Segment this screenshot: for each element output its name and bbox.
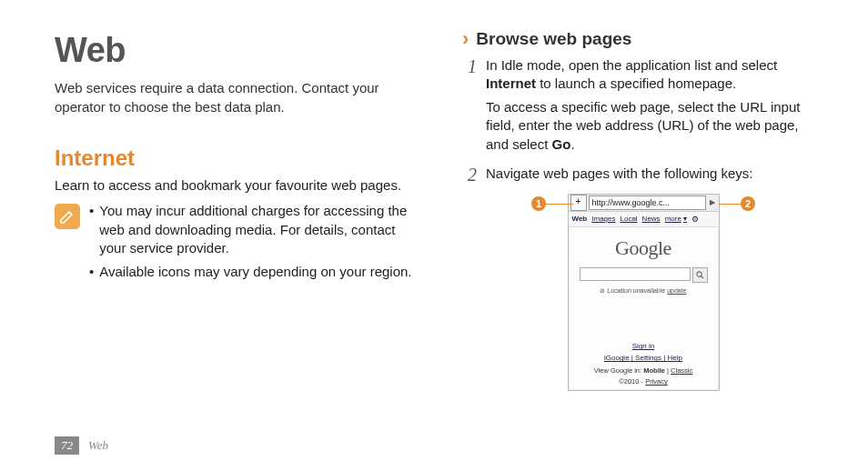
phone-screenshot: + http://www.google.c... ▶ Web Images Lo… (568, 194, 720, 391)
tab-more[interactable]: more ▾ (665, 215, 687, 225)
spacer (574, 295, 713, 342)
browser-figure: 1 2 + http://www.google.c... ▶ Web Image… (539, 194, 748, 391)
callout-badge-1: 1 (531, 196, 546, 211)
go-triangle-icon[interactable]: ▶ (706, 198, 719, 208)
step-body: In Idle mode, open the application list … (486, 56, 824, 159)
step-paragraph: Navigate web pages with the following ke… (486, 165, 824, 183)
bullet-dot-icon: • (89, 202, 94, 257)
note-box: • You may incur additional charges for a… (55, 202, 417, 286)
right-column: › Browse web pages 1 In Idle mode, open … (462, 27, 824, 453)
tab-images[interactable]: Images (591, 215, 615, 225)
step-body: Navigate web pages with the following ke… (486, 165, 824, 188)
gear-icon[interactable]: ⚙ (691, 214, 699, 225)
privacy-link[interactable]: Privacy (645, 377, 668, 386)
tab-web[interactable]: Web (572, 215, 588, 225)
note-text: Available icons may vary depending on yo… (99, 263, 411, 281)
sign-in-link[interactable]: Sign in (574, 342, 713, 352)
section-sub: Learn to access and bookmark your favour… (55, 176, 417, 195)
tab-local[interactable]: Local (620, 215, 637, 225)
step-paragraph: In Idle mode, open the application list … (486, 56, 824, 94)
settings-link[interactable]: Settings (635, 354, 661, 362)
left-column: Web Web services require a data connecti… (55, 27, 417, 453)
step-number: 2 (462, 165, 477, 188)
google-body: Google ⊘ Location unavailable update Sig… (569, 227, 719, 390)
search-row (574, 267, 713, 283)
url-input[interactable]: http://www.google.c... (589, 195, 706, 210)
help-link[interactable]: Help (668, 354, 682, 362)
page-footer: 72 Web (55, 436, 108, 455)
step-number: 1 (462, 56, 477, 159)
footer-links: iGoogle | Settings | Help (574, 354, 713, 364)
copyright-line: ©2010 - Privacy (574, 377, 713, 386)
intro-text: Web services require a data connection. … (55, 79, 417, 116)
note-pencil-icon (55, 204, 80, 229)
page-title: Web (55, 27, 417, 74)
chapter-name: Web (88, 437, 108, 454)
callout-badge-2: 2 (741, 196, 755, 211)
update-location-link[interactable]: update (667, 287, 686, 294)
address-bar-row: + http://www.google.c... ▶ (569, 195, 719, 212)
svg-point-0 (696, 272, 701, 276)
note-list: • You may incur additional charges for a… (89, 202, 417, 286)
bullet-dot-icon: • (89, 263, 94, 281)
subsection-heading-row: › Browse web pages (462, 27, 824, 51)
callout-leader-line (719, 204, 741, 205)
search-input[interactable] (580, 267, 691, 281)
location-line: ⊘ Location unavailable update (574, 286, 713, 295)
search-icon (696, 271, 704, 279)
note-bullet: • You may incur additional charges for a… (89, 202, 417, 257)
tab-news[interactable]: News (642, 215, 661, 225)
igoogle-link[interactable]: iGoogle (604, 354, 630, 362)
manual-page: Web Web services require a data connecti… (0, 0, 868, 471)
section-heading-internet: Internet (55, 144, 417, 173)
google-logo: Google (574, 235, 713, 262)
search-button[interactable] (692, 267, 708, 283)
note-text: You may incur additional charges for acc… (99, 202, 417, 257)
step-row: 1 In Idle mode, open the application lis… (462, 56, 824, 159)
svg-line-1 (701, 276, 703, 279)
google-nav-tabs: Web Images Local News more ▾ ⚙ (569, 212, 719, 227)
page-number: 72 (55, 436, 79, 455)
classic-mode-link[interactable]: Classic (671, 366, 692, 375)
subsection-heading: Browse web pages (476, 27, 631, 51)
view-mode-line: View Google in: Mobile | Classic (574, 366, 713, 376)
new-window-button[interactable]: + (570, 195, 587, 211)
note-bullet: • Available icons may vary depending on … (89, 263, 417, 281)
step-row: 2 Navigate web pages with the following … (462, 165, 824, 188)
chevron-right-icon: › (462, 29, 469, 49)
step-paragraph: To access a specific web page, select th… (486, 98, 824, 154)
callout-leader-line (546, 204, 573, 205)
